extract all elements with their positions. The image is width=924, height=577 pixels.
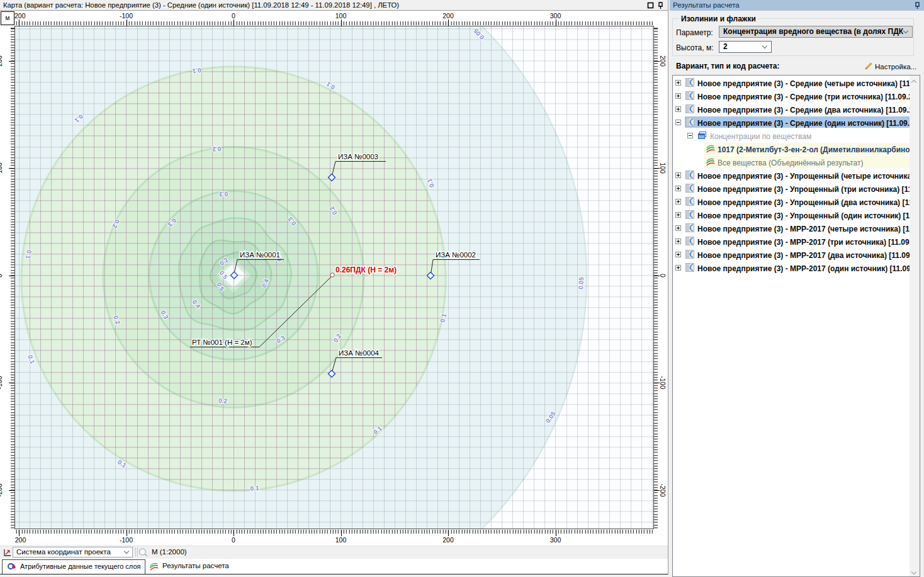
svg-text:0.2: 0.2 — [112, 315, 121, 325]
svg-text:0.1: 0.1 — [250, 485, 259, 492]
svg-text:0.05: 0.05 — [577, 277, 585, 289]
svg-text:ИЗА №0002: ИЗА №0002 — [436, 251, 476, 259]
svg-text:0.3: 0.3 — [275, 334, 286, 345]
svg-text:0.4: 0.4 — [261, 277, 271, 288]
svg-text:0.3: 0.3 — [159, 310, 170, 321]
svg-text:0.1: 0.1 — [26, 354, 37, 365]
svg-text:0.1: 0.1 — [192, 67, 202, 75]
svg-text:0.2: 0.2 — [332, 332, 342, 344]
svg-text:0.2: 0.2 — [212, 145, 222, 153]
svg-text:0.5: 0.5 — [218, 269, 230, 281]
svg-text:0.4: 0.4 — [191, 298, 202, 310]
svg-text:0.05: 0.05 — [544, 410, 557, 425]
svg-text:0.2: 0.2 — [111, 218, 121, 230]
svg-text:0.2: 0.2 — [328, 205, 339, 216]
svg-text:0.1: 0.1 — [372, 425, 383, 436]
svg-text:0.05: 0.05 — [472, 27, 486, 41]
svg-text:0.1: 0.1 — [73, 113, 84, 125]
svg-text:ИЗА №0004: ИЗА №0004 — [339, 349, 380, 357]
svg-text:0.3: 0.3 — [219, 191, 228, 198]
svg-text:0.3: 0.3 — [286, 216, 298, 227]
svg-text:0.5: 0.5 — [215, 281, 225, 293]
svg-text:0.26ПДК (Н = 2м): 0.26ПДК (Н = 2м) — [335, 266, 397, 274]
svg-text:0.1: 0.1 — [439, 313, 448, 323]
svg-text:0.1: 0.1 — [325, 81, 336, 91]
svg-text:ИЗА №0001: ИЗА №0001 — [240, 251, 280, 259]
svg-text:0.2: 0.2 — [218, 397, 228, 405]
svg-text:0.2: 0.2 — [218, 256, 230, 267]
svg-text:0.1: 0.1 — [116, 458, 128, 469]
svg-text:ИЗА №0003: ИЗА №0003 — [338, 153, 378, 160]
svg-text:0.3: 0.3 — [166, 217, 177, 228]
svg-text:РТ №001 (Н = 2м): РТ №001 (Н = 2м) — [192, 339, 252, 346]
svg-text:0.1: 0.1 — [425, 177, 436, 188]
svg-text:0.1: 0.1 — [25, 250, 33, 260]
